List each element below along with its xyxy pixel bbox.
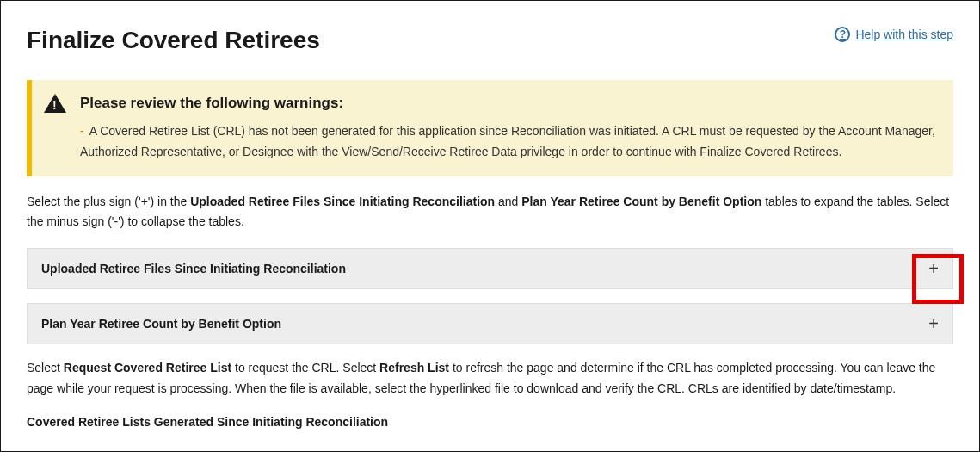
instr2-bold1: Request Covered Retiree List [64,361,231,375]
warning-title: Please review the following warnings: [80,95,343,112]
help-link[interactable]: ? Help with this step [835,27,953,42]
instr1-mid: and [495,195,521,208]
page-title: Finalize Covered Retirees [27,27,320,54]
accordion-plan-year-retiree-count[interactable]: Plan Year Retiree Count by Benefit Optio… [27,303,953,344]
warning-triangle-icon [44,94,66,113]
instruction-paragraph-1: Select the plus sign ('+') in the Upload… [27,192,953,233]
plus-icon: + [928,260,939,277]
accordion-title-2: Plan Year Retiree Count by Benefit Optio… [41,317,281,331]
help-link-label: Help with this step [855,28,953,41]
instr2-mid1: to request the CRL. Select [231,361,379,375]
warning-box: Please review the following warnings: -A… [27,80,953,176]
plus-icon: + [928,315,939,332]
warning-header: Please review the following warnings: [44,94,936,113]
warning-body: -A Covered Retiree List (CRL) has not be… [44,121,936,163]
accordion-title-1: Uploaded Retiree Files Since Initiating … [41,262,346,276]
covered-retiree-lists-heading: Covered Retiree Lists Generated Since In… [27,415,953,429]
warning-message: A Covered Retiree List (CRL) has not bee… [80,124,935,158]
header-row: Finalize Covered Retirees ? Help with th… [27,27,953,54]
instruction-paragraph-2: Select Request Covered Retiree List to r… [27,358,953,399]
accordion-uploaded-retiree-files[interactable]: Uploaded Retiree Files Since Initiating … [27,248,953,289]
instr1-prefix: Select the plus sign ('+') in the [27,195,190,208]
instr1-bold1: Uploaded Retiree Files Since Initiating … [190,195,495,208]
question-circle-icon: ? [835,27,850,42]
warning-bullet: - [80,124,89,138]
page-container: Finalize Covered Retirees ? Help with th… [0,0,980,452]
instr2-prefix: Select [27,361,64,375]
instr2-bold2: Refresh List [379,361,449,375]
instr1-bold2: Plan Year Retiree Count by Benefit Optio… [521,195,761,208]
